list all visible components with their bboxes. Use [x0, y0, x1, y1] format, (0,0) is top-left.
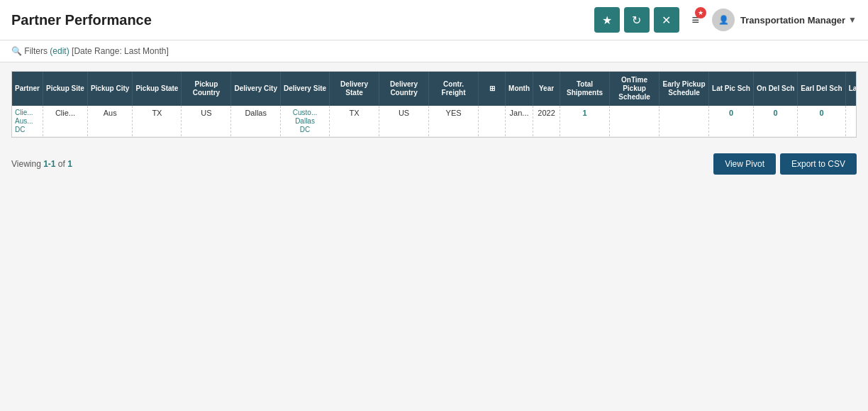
table-header-row: Partner Pickup Site Pickup City Pickup S… [12, 72, 857, 106]
cell-delivery-state: TX [330, 106, 379, 137]
footer: Viewing 1-1 of 1 View Pivot Export to CS… [0, 146, 868, 182]
cell-month: Jan... [506, 106, 533, 137]
col-lat-del-sch: Lat Del Sch [845, 72, 857, 106]
data-table: Partner Pickup Site Pickup City Pickup S… [12, 72, 857, 137]
cell-pickup-country: US [182, 106, 231, 137]
viewing-text: Viewing 1-1 of 1 [11, 159, 72, 169]
avatar: 👤 [712, 9, 735, 31]
cell-year: 2022 [533, 106, 560, 137]
header-actions: ★ ↻ ✕ [594, 7, 679, 33]
cell-partner: Clie... Aus... DC [12, 106, 43, 137]
table-row: Clie... Aus... DC Clie... Aus TX US Dall… [12, 106, 857, 137]
col-early-pickup: Early Pickup Schedule [660, 72, 709, 106]
col-delivery-state: Delivery State [330, 72, 379, 106]
col-contr-freight: Contr. Freight [429, 72, 479, 106]
col-partner: Partner [12, 72, 43, 106]
refresh-button[interactable]: ↻ [624, 7, 650, 33]
col-lat-pic-sch: Lat Pic Sch [709, 72, 754, 106]
cell-delivery-country: US [379, 106, 429, 137]
close-icon: ✕ [662, 13, 671, 27]
filters-edit-link[interactable]: (edit) [50, 46, 69, 56]
view-pivot-button[interactable]: View Pivot [713, 153, 776, 175]
col-pickup-city: Pickup City [87, 72, 132, 106]
col-delivery-site: Delivery Site [281, 72, 330, 106]
col-ontime-pickup: OnTime Pickup Schedule [610, 72, 660, 106]
filters-label: Filters [24, 46, 48, 56]
col-delivery-city: Delivery City [231, 72, 281, 106]
search-icon: 🔍 [11, 46, 24, 56]
cell-pickup-state: TX [133, 106, 182, 137]
user-icon: 👤 [718, 15, 729, 25]
page-title: Partner Performance [11, 12, 587, 28]
user-info: Transportation Manager [740, 15, 845, 26]
cell-grid [479, 106, 506, 137]
col-earl-del-sch: Earl Del Sch [798, 72, 845, 106]
grid-icon: ⊞ [489, 84, 495, 92]
cell-delivery-city: Dallas [231, 106, 281, 137]
user-section: 👤 Transportation Manager ▼ [712, 9, 857, 31]
col-total-shipments: Total Shipments [560, 72, 610, 106]
viewing-label: Viewing [11, 159, 43, 169]
app-container: Partner Performance ★ ↻ ✕ ≡ ★ 👤 [0, 0, 868, 182]
user-name: Transportation Manager [740, 15, 845, 26]
cell-total-shipments: 1 [560, 106, 610, 137]
refresh-icon: ↻ [632, 13, 641, 27]
cell-lat-pic-sch: 0 [709, 106, 754, 137]
star-icon: ★ [602, 13, 612, 27]
cell-early-pickup [660, 106, 709, 137]
viewing-of: of [58, 159, 67, 169]
viewing-total: 1 [67, 159, 72, 169]
col-on-del-sch: On Del Sch [753, 72, 797, 106]
data-table-container: Partner Pickup Site Pickup City Pickup S… [11, 71, 857, 138]
filters-bar: 🔍 Filters (edit) [Date Range: Last Month… [0, 40, 868, 62]
viewing-range: 1-1 [43, 159, 55, 169]
col-pickup-country: Pickup Country [182, 72, 231, 106]
favorite-button[interactable]: ★ [594, 7, 620, 33]
cell-on-del-sch: 0 [753, 106, 797, 137]
cell-ontime-pickup [610, 106, 660, 137]
notification-badge: ★ [695, 7, 706, 18]
cell-delivery-site: Custo... Dallas DC [281, 106, 330, 137]
col-pickup-state: Pickup State [133, 72, 182, 106]
chevron-down-icon: ▼ [848, 15, 857, 25]
cell-pickup-site: Clie... [43, 106, 88, 137]
filters-date-range-value: [Date Range: Last Month] [72, 46, 169, 56]
cell-earl-del-sch: 0 [798, 106, 845, 137]
col-year: Year [533, 72, 560, 106]
close-button[interactable]: ✕ [654, 7, 679, 33]
header: Partner Performance ★ ↻ ✕ ≡ ★ 👤 [0, 0, 868, 40]
col-delivery-country: Delivery Country [379, 72, 429, 106]
cell-contr-freight: YES [429, 106, 479, 137]
export-csv-button[interactable]: Export to CSV [780, 153, 857, 175]
cell-pickup-city: Aus [87, 106, 132, 137]
col-pickup-site: Pickup Site [43, 72, 88, 106]
cell-lat-del-sch [845, 106, 857, 137]
user-dropdown[interactable]: Transportation Manager ▼ [740, 15, 857, 26]
menu-button[interactable]: ≡ ★ [686, 10, 706, 31]
col-month: Month [506, 72, 533, 106]
col-grid[interactable]: ⊞ [479, 72, 506, 106]
footer-buttons: View Pivot Export to CSV [713, 153, 857, 175]
menu-wrapper: ≡ ★ [686, 10, 706, 31]
